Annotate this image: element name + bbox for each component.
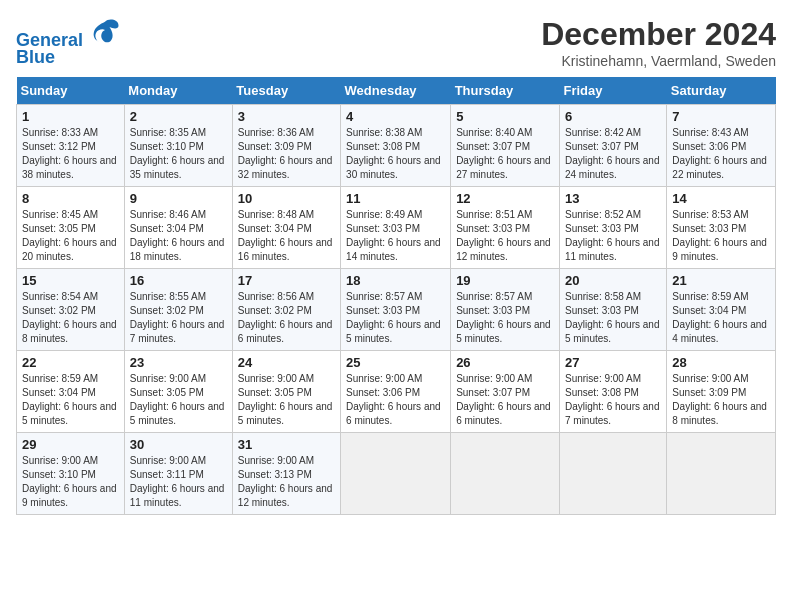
calendar-cell: 15Sunrise: 8:54 AMSunset: 3:02 PMDayligh…	[17, 269, 125, 351]
day-number: 29	[22, 437, 119, 452]
calendar-cell: 21Sunrise: 8:59 AMSunset: 3:04 PMDayligh…	[667, 269, 776, 351]
day-number: 21	[672, 273, 770, 288]
day-info: Sunrise: 9:00 AMSunset: 3:11 PMDaylight:…	[130, 454, 227, 510]
calendar-cell: 18Sunrise: 8:57 AMSunset: 3:03 PMDayligh…	[341, 269, 451, 351]
calendar-cell: 25Sunrise: 9:00 AMSunset: 3:06 PMDayligh…	[341, 351, 451, 433]
day-number: 28	[672, 355, 770, 370]
col-header-thursday: Thursday	[451, 77, 560, 105]
logo-bird-icon	[90, 16, 120, 46]
col-header-saturday: Saturday	[667, 77, 776, 105]
col-header-friday: Friday	[559, 77, 666, 105]
day-number: 31	[238, 437, 335, 452]
day-number: 19	[456, 273, 554, 288]
day-info: Sunrise: 8:57 AMSunset: 3:03 PMDaylight:…	[346, 290, 445, 346]
day-info: Sunrise: 8:53 AMSunset: 3:03 PMDaylight:…	[672, 208, 770, 264]
calendar-cell: 20Sunrise: 8:58 AMSunset: 3:03 PMDayligh…	[559, 269, 666, 351]
day-info: Sunrise: 9:00 AMSunset: 3:05 PMDaylight:…	[238, 372, 335, 428]
day-number: 18	[346, 273, 445, 288]
day-number: 4	[346, 109, 445, 124]
day-info: Sunrise: 8:56 AMSunset: 3:02 PMDaylight:…	[238, 290, 335, 346]
day-number: 12	[456, 191, 554, 206]
day-number: 8	[22, 191, 119, 206]
day-info: Sunrise: 9:00 AMSunset: 3:05 PMDaylight:…	[130, 372, 227, 428]
day-number: 23	[130, 355, 227, 370]
calendar-cell: 4Sunrise: 8:38 AMSunset: 3:08 PMDaylight…	[341, 105, 451, 187]
day-number: 2	[130, 109, 227, 124]
calendar-cell	[559, 433, 666, 515]
calendar-header-row: SundayMondayTuesdayWednesdayThursdayFrid…	[17, 77, 776, 105]
day-number: 24	[238, 355, 335, 370]
calendar-cell: 3Sunrise: 8:36 AMSunset: 3:09 PMDaylight…	[232, 105, 340, 187]
day-info: Sunrise: 8:51 AMSunset: 3:03 PMDaylight:…	[456, 208, 554, 264]
calendar-cell: 24Sunrise: 9:00 AMSunset: 3:05 PMDayligh…	[232, 351, 340, 433]
day-info: Sunrise: 8:54 AMSunset: 3:02 PMDaylight:…	[22, 290, 119, 346]
day-info: Sunrise: 8:36 AMSunset: 3:09 PMDaylight:…	[238, 126, 335, 182]
day-number: 14	[672, 191, 770, 206]
day-info: Sunrise: 9:00 AMSunset: 3:10 PMDaylight:…	[22, 454, 119, 510]
calendar-cell: 16Sunrise: 8:55 AMSunset: 3:02 PMDayligh…	[124, 269, 232, 351]
calendar-cell: 14Sunrise: 8:53 AMSunset: 3:03 PMDayligh…	[667, 187, 776, 269]
day-number: 26	[456, 355, 554, 370]
day-info: Sunrise: 9:00 AMSunset: 3:09 PMDaylight:…	[672, 372, 770, 428]
title-block: December 2024 Kristinehamn, Vaermland, S…	[541, 16, 776, 69]
week-row-2: 8Sunrise: 8:45 AMSunset: 3:05 PMDaylight…	[17, 187, 776, 269]
day-info: Sunrise: 8:59 AMSunset: 3:04 PMDaylight:…	[22, 372, 119, 428]
day-info: Sunrise: 9:00 AMSunset: 3:13 PMDaylight:…	[238, 454, 335, 510]
day-number: 22	[22, 355, 119, 370]
calendar-cell: 30Sunrise: 9:00 AMSunset: 3:11 PMDayligh…	[124, 433, 232, 515]
day-number: 9	[130, 191, 227, 206]
day-number: 17	[238, 273, 335, 288]
calendar-cell: 26Sunrise: 9:00 AMSunset: 3:07 PMDayligh…	[451, 351, 560, 433]
calendar-cell: 1Sunrise: 8:33 AMSunset: 3:12 PMDaylight…	[17, 105, 125, 187]
calendar-cell: 10Sunrise: 8:48 AMSunset: 3:04 PMDayligh…	[232, 187, 340, 269]
col-header-sunday: Sunday	[17, 77, 125, 105]
day-number: 13	[565, 191, 661, 206]
calendar-cell: 11Sunrise: 8:49 AMSunset: 3:03 PMDayligh…	[341, 187, 451, 269]
logo: General Blue	[16, 16, 120, 68]
day-info: Sunrise: 8:33 AMSunset: 3:12 PMDaylight:…	[22, 126, 119, 182]
calendar-cell: 28Sunrise: 9:00 AMSunset: 3:09 PMDayligh…	[667, 351, 776, 433]
day-number: 10	[238, 191, 335, 206]
col-header-tuesday: Tuesday	[232, 77, 340, 105]
calendar-cell: 6Sunrise: 8:42 AMSunset: 3:07 PMDaylight…	[559, 105, 666, 187]
day-info: Sunrise: 9:00 AMSunset: 3:06 PMDaylight:…	[346, 372, 445, 428]
week-row-4: 22Sunrise: 8:59 AMSunset: 3:04 PMDayligh…	[17, 351, 776, 433]
col-header-monday: Monday	[124, 77, 232, 105]
day-number: 27	[565, 355, 661, 370]
calendar-cell: 5Sunrise: 8:40 AMSunset: 3:07 PMDaylight…	[451, 105, 560, 187]
day-info: Sunrise: 8:59 AMSunset: 3:04 PMDaylight:…	[672, 290, 770, 346]
day-number: 20	[565, 273, 661, 288]
calendar-cell: 13Sunrise: 8:52 AMSunset: 3:03 PMDayligh…	[559, 187, 666, 269]
calendar-cell: 29Sunrise: 9:00 AMSunset: 3:10 PMDayligh…	[17, 433, 125, 515]
day-number: 30	[130, 437, 227, 452]
day-info: Sunrise: 8:49 AMSunset: 3:03 PMDaylight:…	[346, 208, 445, 264]
day-info: Sunrise: 8:43 AMSunset: 3:06 PMDaylight:…	[672, 126, 770, 182]
day-number: 6	[565, 109, 661, 124]
calendar-cell	[451, 433, 560, 515]
day-info: Sunrise: 8:38 AMSunset: 3:08 PMDaylight:…	[346, 126, 445, 182]
day-info: Sunrise: 9:00 AMSunset: 3:07 PMDaylight:…	[456, 372, 554, 428]
day-number: 7	[672, 109, 770, 124]
day-info: Sunrise: 8:58 AMSunset: 3:03 PMDaylight:…	[565, 290, 661, 346]
day-number: 16	[130, 273, 227, 288]
calendar-cell: 17Sunrise: 8:56 AMSunset: 3:02 PMDayligh…	[232, 269, 340, 351]
week-row-1: 1Sunrise: 8:33 AMSunset: 3:12 PMDaylight…	[17, 105, 776, 187]
day-number: 15	[22, 273, 119, 288]
calendar-title: December 2024	[541, 16, 776, 53]
calendar-cell	[667, 433, 776, 515]
day-info: Sunrise: 8:55 AMSunset: 3:02 PMDaylight:…	[130, 290, 227, 346]
calendar-cell: 23Sunrise: 9:00 AMSunset: 3:05 PMDayligh…	[124, 351, 232, 433]
day-info: Sunrise: 8:42 AMSunset: 3:07 PMDaylight:…	[565, 126, 661, 182]
logo-text: General	[16, 16, 120, 51]
day-number: 3	[238, 109, 335, 124]
calendar-cell: 27Sunrise: 9:00 AMSunset: 3:08 PMDayligh…	[559, 351, 666, 433]
calendar-cell: 9Sunrise: 8:46 AMSunset: 3:04 PMDaylight…	[124, 187, 232, 269]
day-info: Sunrise: 9:00 AMSunset: 3:08 PMDaylight:…	[565, 372, 661, 428]
calendar-cell	[341, 433, 451, 515]
calendar-cell: 22Sunrise: 8:59 AMSunset: 3:04 PMDayligh…	[17, 351, 125, 433]
calendar-subtitle: Kristinehamn, Vaermland, Sweden	[541, 53, 776, 69]
day-info: Sunrise: 8:45 AMSunset: 3:05 PMDaylight:…	[22, 208, 119, 264]
day-info: Sunrise: 8:46 AMSunset: 3:04 PMDaylight:…	[130, 208, 227, 264]
calendar-cell: 31Sunrise: 9:00 AMSunset: 3:13 PMDayligh…	[232, 433, 340, 515]
calendar-cell: 19Sunrise: 8:57 AMSunset: 3:03 PMDayligh…	[451, 269, 560, 351]
